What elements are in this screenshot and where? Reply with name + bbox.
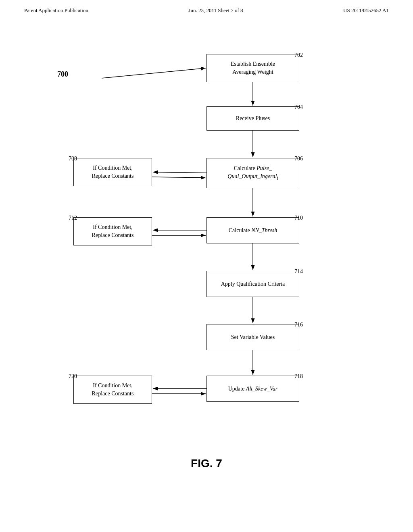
diagram-area: 700 Establish EnsembleAveraging Weight 7… <box>33 30 380 453</box>
header-left: Patent Application Publication <box>24 7 88 14</box>
box-716: Set Variable Values <box>206 324 299 350</box>
svg-line-4 <box>153 172 206 173</box>
header-middle: Jun. 23, 2011 Sheet 7 of 8 <box>188 7 243 14</box>
box-704: Receive Pluses <box>206 106 299 131</box>
label-node-702: 702 <box>294 52 303 58</box>
label-node-720: 720 <box>69 373 77 380</box>
svg-line-5 <box>152 177 206 178</box>
label-node-710: 710 <box>294 215 303 221</box>
box-702: Establish EnsembleAveraging Weight <box>206 54 299 82</box>
box-720: If Condition Met,Replace Constants <box>73 376 152 404</box>
label-node-714: 714 <box>294 268 303 275</box>
fig-caption: FIG. 7 <box>0 457 413 470</box>
label-node-704: 704 <box>294 104 303 110</box>
box-712: If Condition Met,Replace Constants <box>73 217 152 245</box>
box-706: Calculate Pulse_Qual_Output_Ingerali <box>206 158 299 188</box>
box-718: Update Alt_Skew_Var <box>206 376 299 402</box>
box-714: Apply Qualification Criteria <box>206 271 299 297</box>
label-node-708: 708 <box>69 156 77 162</box>
label-700: 700 <box>57 70 68 79</box>
label-node-718: 718 <box>294 373 303 380</box>
box-708: If Condition Met,Replace Constants <box>73 158 152 186</box>
label-node-716: 716 <box>294 322 303 328</box>
box-710: Calculate NN_Thresh <box>206 217 299 243</box>
label-node-706: 706 <box>294 156 303 162</box>
svg-line-1 <box>102 68 206 78</box>
label-node-712: 712 <box>69 215 77 221</box>
page-header: Patent Application Publication Jun. 23, … <box>0 0 413 14</box>
header-right: US 2011/0152652 A1 <box>343 7 389 14</box>
